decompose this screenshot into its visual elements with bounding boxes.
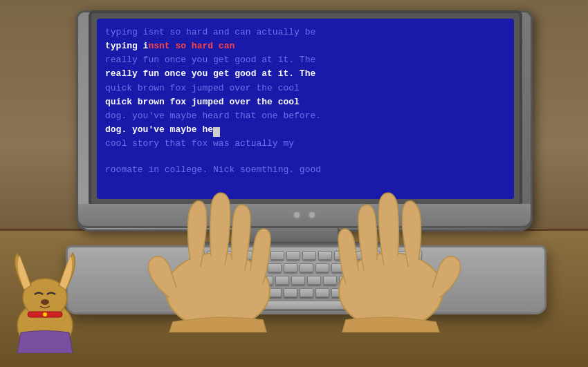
monitor-chin	[76, 204, 533, 228]
key[interactable]	[363, 263, 377, 272]
key[interactable]	[291, 276, 305, 285]
key[interactable]	[268, 263, 282, 272]
keyboard-row-space	[68, 301, 544, 310]
key-caps[interactable]	[191, 276, 226, 285]
key[interactable]	[255, 251, 268, 260]
keyboard-row-4	[68, 288, 544, 297]
key[interactable]	[270, 251, 284, 260]
text-line-4: really fun once you get good at it. The	[105, 67, 506, 81]
keyboard-row-2	[68, 263, 544, 272]
key[interactable]	[355, 276, 369, 285]
key[interactable]	[331, 263, 345, 272]
key-space[interactable]	[237, 301, 376, 310]
key[interactable]	[371, 276, 385, 285]
key[interactable]	[323, 276, 337, 285]
text-line-10: roomate in college. Nick soemthing. good	[105, 163, 506, 177]
key-ctrl-r[interactable]	[401, 301, 421, 310]
key[interactable]	[347, 263, 361, 272]
key[interactable]	[339, 276, 353, 285]
key[interactable]	[244, 276, 257, 285]
key[interactable]	[207, 251, 221, 260]
key-backspace[interactable]	[398, 251, 422, 260]
text-line-7: dog. you've maybe heard that one before.	[105, 109, 506, 123]
key[interactable]	[331, 288, 345, 297]
key[interactable]	[284, 288, 297, 297]
key-shift-r[interactable]	[387, 276, 421, 285]
monitor-power-button[interactable]	[293, 211, 301, 219]
dog-character	[0, 243, 90, 353]
key[interactable]	[366, 251, 380, 260]
svg-point-4	[41, 299, 49, 305]
key[interactable]	[191, 251, 205, 260]
key[interactable]	[259, 276, 273, 285]
key[interactable]	[300, 288, 313, 297]
text-line-9: cool story that fox was actually my	[105, 137, 506, 151]
monitor-screen: typing isnt so hard and can actually be …	[97, 19, 514, 199]
key[interactable]	[252, 263, 266, 272]
key[interactable]	[239, 251, 252, 260]
key[interactable]	[382, 251, 396, 260]
text-line-5: quick brown fox jumped over the cool	[105, 82, 506, 95]
text-line-8: dog. you've maybe he	[105, 123, 506, 137]
text-line-1: typing isnt so hard and can actually be	[105, 26, 506, 39]
text-line-2: typing insnt so hard can	[105, 39, 506, 53]
blank-line	[105, 151, 506, 163]
key-alt-l[interactable]	[192, 301, 212, 310]
key[interactable]	[284, 263, 297, 272]
key[interactable]	[302, 251, 316, 260]
key[interactable]	[315, 263, 329, 272]
monitor-button-2[interactable]	[308, 211, 316, 219]
key-alt-r[interactable]	[378, 301, 398, 310]
key[interactable]	[236, 263, 250, 272]
screen-text-content: typing isnt so hard and can actually be …	[105, 26, 506, 177]
key[interactable]	[275, 276, 289, 285]
keyboard-row-3	[68, 276, 544, 285]
monitor-bezel: typing isnt so hard and can actually be …	[89, 10, 522, 207]
key[interactable]	[220, 263, 234, 272]
key[interactable]	[252, 288, 266, 297]
key[interactable]	[307, 276, 321, 285]
key[interactable]	[223, 251, 237, 260]
key[interactable]	[236, 288, 250, 297]
key[interactable]	[363, 288, 377, 297]
key[interactable]	[347, 288, 361, 297]
key[interactable]	[228, 276, 241, 285]
keyboard-row-1	[68, 251, 544, 260]
error-text: nsnt so hard can	[148, 41, 235, 51]
svg-point-6	[43, 312, 47, 317]
key-shift-l[interactable]	[199, 288, 234, 297]
key[interactable]	[315, 288, 329, 297]
key[interactable]	[318, 251, 332, 260]
key[interactable]	[350, 251, 364, 260]
key-cmd[interactable]	[214, 301, 235, 310]
text-line-6: quick brown fox jumped over the cool	[105, 95, 506, 109]
text-line-3: really fun once you get good at it. The	[105, 53, 506, 67]
key[interactable]	[379, 263, 393, 272]
key[interactable]	[300, 263, 313, 272]
key-ctrl[interactable]	[379, 288, 414, 297]
keyboard[interactable]	[66, 245, 546, 314]
key-tab[interactable]	[194, 263, 218, 272]
key-enter[interactable]	[395, 263, 419, 272]
key[interactable]	[268, 288, 282, 297]
text-cursor	[213, 127, 220, 137]
key[interactable]	[286, 251, 300, 260]
key[interactable]	[334, 251, 348, 260]
